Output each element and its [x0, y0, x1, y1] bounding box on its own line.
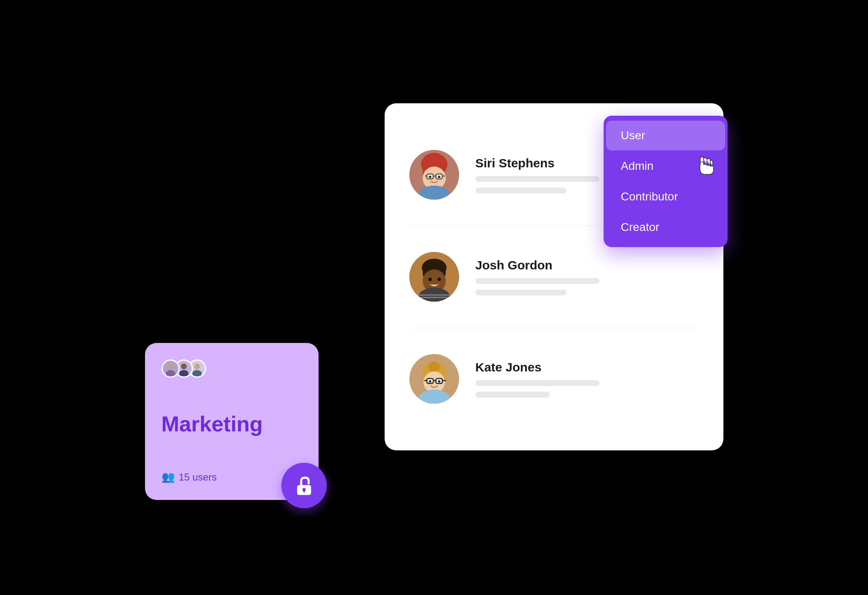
svg-point-2 — [181, 364, 187, 369]
avatar-1 — [162, 359, 180, 378]
scene: Marketing 👥 15 users User Admin Contribu… — [145, 70, 723, 525]
lock-button[interactable] — [281, 463, 327, 508]
svg-point-3 — [179, 370, 188, 376]
role-option-user[interactable]: User — [606, 121, 725, 150]
lock-icon — [293, 474, 315, 497]
info-bar-josh-2 — [476, 290, 566, 295]
avatar-kate — [409, 354, 459, 404]
avatar-josh — [409, 252, 459, 302]
svg-point-30 — [428, 278, 432, 281]
svg-point-15 — [429, 176, 431, 178]
user-name-kate: Kate Jones — [476, 360, 699, 374]
info-bar-kate-2 — [476, 392, 550, 397]
avatar-group — [162, 359, 302, 378]
marketing-title: Marketing — [162, 412, 302, 436]
user-name-josh: Josh Gordon — [476, 258, 699, 272]
avatar-siri — [409, 150, 459, 200]
users-panel: User Admin Contributor Creator — [385, 103, 723, 450]
user-info-kate: Kate Jones — [476, 360, 699, 397]
user-info-josh: Josh Gordon — [476, 258, 699, 295]
info-bar-siri-2 — [476, 188, 566, 193]
svg-point-37 — [428, 362, 440, 371]
svg-point-4 — [194, 364, 200, 369]
users-count-label: 15 users — [179, 471, 217, 483]
users-count: 👥 15 users — [162, 471, 302, 483]
users-icon: 👥 — [162, 471, 175, 483]
svg-point-1 — [166, 370, 175, 376]
role-option-admin[interactable]: Admin — [606, 151, 725, 181]
svg-point-44 — [438, 380, 440, 383]
user-row-kate: Kate Jones — [409, 328, 699, 430]
role-option-contributor[interactable]: Contributor — [606, 182, 725, 212]
info-bar-josh-1 — [476, 278, 599, 284]
info-bar-siri-1 — [476, 176, 599, 182]
svg-point-0 — [168, 364, 174, 369]
info-bar-kate-1 — [476, 380, 599, 386]
role-dropdown[interactable]: User Admin Contributor Creator — [604, 116, 728, 247]
svg-point-31 — [438, 278, 441, 281]
svg-rect-8 — [303, 490, 305, 493]
svg-point-5 — [192, 370, 201, 376]
role-option-creator[interactable]: Creator — [606, 212, 725, 242]
svg-point-16 — [438, 176, 440, 178]
svg-point-43 — [429, 380, 431, 383]
